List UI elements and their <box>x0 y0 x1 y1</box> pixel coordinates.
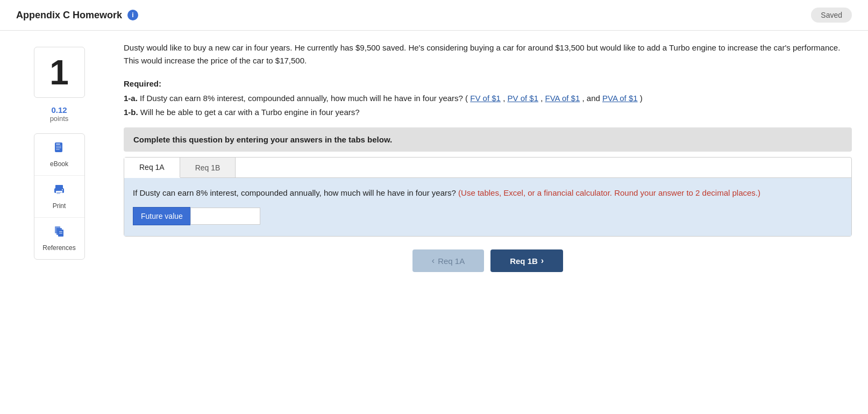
print-icon <box>53 183 66 199</box>
svg-point-10 <box>62 189 63 190</box>
header: Appendix C Homework i Saved <box>0 0 868 31</box>
ebook-icon <box>53 141 66 158</box>
req-1a-text: If Dusty can earn 8% interest, compounde… <box>140 94 468 103</box>
question-body: Dusty would like to buy a new car in fou… <box>124 41 852 67</box>
main-layout: 1 0.12 points eBook <box>0 31 868 288</box>
future-value-label: Future value <box>133 207 190 225</box>
header-left: Appendix C Homework i <box>16 10 138 21</box>
points-section: 0.12 points <box>50 105 69 123</box>
link-fva[interactable]: FVA of $1 <box>545 94 580 103</box>
req-1b-line: 1-b. Will he be able to get a car with a… <box>124 105 852 119</box>
prev-button[interactable]: ‹ Req 1A <box>412 249 484 272</box>
tab-1a-content: If Dusty can earn 8% interest, compounde… <box>124 178 851 236</box>
next-arrow-icon: › <box>541 256 544 266</box>
instructions-bar: Complete this question by entering your … <box>124 127 852 152</box>
tab-question-main: If Dusty can earn 8% interest, compounde… <box>133 188 456 197</box>
references-label: References <box>42 244 75 252</box>
print-label: Print <box>53 202 66 210</box>
question-number: 1 <box>49 53 69 92</box>
sidebar-tools: eBook Print <box>34 133 85 260</box>
tab-req1a[interactable]: Req 1A <box>124 158 180 178</box>
future-value-row: Future value <box>133 207 843 225</box>
link-fv[interactable]: FV of $1 <box>470 94 501 103</box>
link-pv[interactable]: PV of $1 <box>507 94 538 103</box>
svg-rect-14 <box>59 231 62 232</box>
svg-rect-4 <box>56 149 60 150</box>
req-1a-line: 1-a. If Dusty can earn 8% interest, comp… <box>124 91 852 105</box>
svg-rect-1 <box>56 144 60 145</box>
svg-rect-9 <box>56 193 60 194</box>
svg-rect-2 <box>56 146 61 147</box>
instructions-text: Complete this question by entering your … <box>133 135 392 144</box>
sidebar-item-ebook[interactable]: eBook <box>34 134 84 176</box>
prev-arrow-icon: ‹ <box>432 256 435 266</box>
tab-req1b[interactable]: Req 1B <box>180 158 236 177</box>
prev-button-label: Req 1A <box>438 256 465 266</box>
req-1b-prefix: 1-b. <box>124 108 138 117</box>
bottom-nav: ‹ Req 1A Req 1B › <box>124 249 852 272</box>
future-value-input[interactable] <box>190 208 260 225</box>
tabs-header: Req 1A Req 1B <box>124 158 851 178</box>
required-label: Required: <box>124 79 852 88</box>
sidebar-item-references[interactable]: References <box>34 218 84 259</box>
page-title: Appendix C Homework <box>16 10 122 21</box>
question-number-box: 1 <box>34 47 85 98</box>
content: Dusty would like to buy a new car in fou… <box>118 41 868 288</box>
link-pva[interactable]: PVA of $1 <box>602 94 638 103</box>
next-button-label: Req 1B <box>510 256 538 266</box>
points-label: points <box>50 115 69 123</box>
points-value: 0.12 <box>50 105 69 115</box>
svg-rect-15 <box>59 233 62 233</box>
tab-question-text: If Dusty can earn 8% interest, compounde… <box>133 187 843 199</box>
tabs-container: Req 1A Req 1B If Dusty can earn 8% inter… <box>124 157 852 237</box>
sidebar-item-print[interactable]: Print <box>34 176 84 218</box>
references-icon <box>53 225 66 241</box>
req-1a-prefix: 1-a. <box>124 94 138 103</box>
info-icon[interactable]: i <box>127 10 138 20</box>
req-1b-text: Will he be able to get a car with a Turb… <box>140 108 360 117</box>
svg-rect-3 <box>56 147 61 148</box>
sidebar: 1 0.12 points eBook <box>0 41 118 288</box>
svg-rect-8 <box>56 192 62 193</box>
tab-hint-text-content: (Use tables, Excel, or a financial calcu… <box>458 188 760 197</box>
ebook-label: eBook <box>50 160 68 168</box>
required-section: Required: 1-a. If Dusty can earn 8% inte… <box>124 79 852 119</box>
next-button[interactable]: Req 1B › <box>490 249 563 272</box>
saved-badge: Saved <box>811 8 852 23</box>
